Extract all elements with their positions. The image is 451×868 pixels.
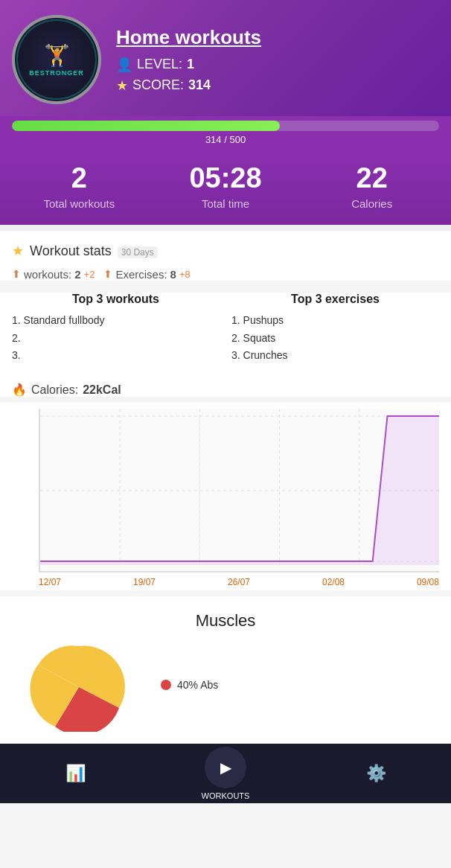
progress-bar [12,121,439,131]
score-label: SCORE: [132,77,184,93]
exercises-change: +8 [179,269,191,280]
app-title: Home workouts [116,26,439,49]
days-badge: 30 Days [118,246,158,258]
workouts-change: +2 [84,269,95,280]
app-logo: 🏋 BESTRONGER [12,15,101,104]
calories-value: 22 [298,163,445,194]
total-time-label: Total time [153,197,299,210]
nav-settings[interactable]: ⚙️ [301,764,451,783]
top-exercises-title: Top 3 exercises [231,293,439,306]
x-label-3: 26/07 [228,577,250,587]
top-workouts-title: Top 3 workouts [12,293,220,306]
legend-dot-abs [161,680,171,690]
workouts-nav-label: WORKOUTS [202,791,250,800]
stat-calories: 22 Calories [298,163,445,210]
workouts-metric-value: 2 [74,268,80,281]
workouts-metric: ⬆ workouts: 2 +2 [12,268,95,281]
exercises-icon: ⬆ [103,268,112,280]
logo-text: BESTRONGER [29,69,84,77]
muscles-section: Muscles 40% Abs [0,596,451,744]
muscles-title: Muscles [12,611,439,631]
top-workouts-list: Top 3 workouts 1. Standard fullbody 2. 3… [12,293,220,365]
stat-total-time: 05:28 Total time [153,163,299,210]
gear-icon: ⚙️ [366,764,386,783]
exercises-metric: ⬆ Exercises: 8 +8 [103,268,190,281]
x-label-5: 09/08 [417,577,439,587]
chart-x-labels: 12/07 19/07 26/07 02/08 09/08 [39,572,439,587]
dumbbell-icon: 🏋 [44,43,70,68]
exercises-metric-value: 8 [170,268,176,281]
pie-chart [12,642,146,732]
stats-row: 2 Total workouts 05:28 Total time 22 Cal… [0,151,451,225]
x-label-2: 19/07 [133,577,156,587]
score-value: 314 [188,77,211,93]
nav-stats[interactable]: 📊 [0,764,150,783]
header-section: 🏋 BESTRONGER Home workouts 👤 LEVEL: 1 ★ … [0,0,451,116]
total-workouts-label: Total workouts [6,197,153,210]
level-label: LEVEL: [137,57,182,72]
play-button[interactable]: ▶ [205,747,246,788]
divider-1 [0,225,451,231]
total-time-value: 05:28 [153,163,299,194]
chart-area [39,409,439,572]
level-row: 👤 LEVEL: 1 [116,57,439,73]
nav-workouts[interactable]: ▶ WORKOUTS [150,747,301,800]
exercise-item-1: 1. Pushups [231,312,439,330]
fire-icon: 🔥 [12,383,27,397]
muscles-chart-row: 40% Abs [12,642,439,732]
workout-item-1: 1. Standard fullbody [12,312,220,330]
x-label-1: 12/07 [39,577,61,587]
workout-item-2: 2. [12,330,220,348]
star-icon-header: ★ [116,77,128,94]
chart-svg [40,409,439,572]
header-info: Home workouts 👤 LEVEL: 1 ★ SCORE: 314 [116,26,439,94]
progress-bar-fill [12,121,280,131]
progress-label: 314 / 500 [12,131,439,151]
stat-total-workouts: 2 Total workouts [6,163,153,210]
workouts-metric-label: workouts: [24,268,71,281]
progress-section: 314 / 500 [0,116,451,151]
calories-section-label: Calories: [31,383,78,397]
bottom-nav: 📊 ▶ WORKOUTS ⚙️ [0,744,451,803]
x-label-4: 02/08 [322,577,345,587]
metrics-row: ⬆ workouts: 2 +2 ⬆ Exercises: 8 +8 [12,268,439,281]
chart-container: 22 11 0 12/07 19/07 26/07 [0,403,451,590]
level-value: 1 [187,57,194,72]
workout-stats-section: ★ Workout stats 30 Days ⬆ workouts: 2 +2… [0,231,451,281]
legend-label-abs: 40% Abs [177,679,218,691]
muscles-legend: 40% Abs [161,679,439,695]
calories-section-value: 22kCal [83,383,121,397]
legend-item-abs: 40% Abs [161,679,439,691]
stats-icon: 📊 [65,764,86,783]
person-icon: 👤 [116,57,132,73]
total-workouts-value: 2 [6,163,153,194]
calories-title: 🔥 Calories: 22kCal [12,383,439,397]
star-icon-section: ★ [12,243,24,259]
exercise-item-3: 3. Crunches [231,347,439,365]
exercise-item-2: 2. Squats [231,330,439,348]
top-lists: Top 3 workouts 1. Standard fullbody 2. 3… [0,293,451,377]
exercises-metric-label: Exercises: [115,268,167,281]
workout-item-3: 3. [12,347,220,365]
top-exercises-list: Top 3 exercises 1. Pushups 2. Squats 3. … [231,293,439,365]
calories-section: 🔥 Calories: 22kCal [0,377,451,397]
section-title: Workout stats [30,243,112,259]
workouts-icon: ⬆ [12,268,21,280]
calories-label: Calories [298,197,445,210]
pie-svg [12,642,146,732]
score-row: ★ SCORE: 314 [116,77,439,94]
